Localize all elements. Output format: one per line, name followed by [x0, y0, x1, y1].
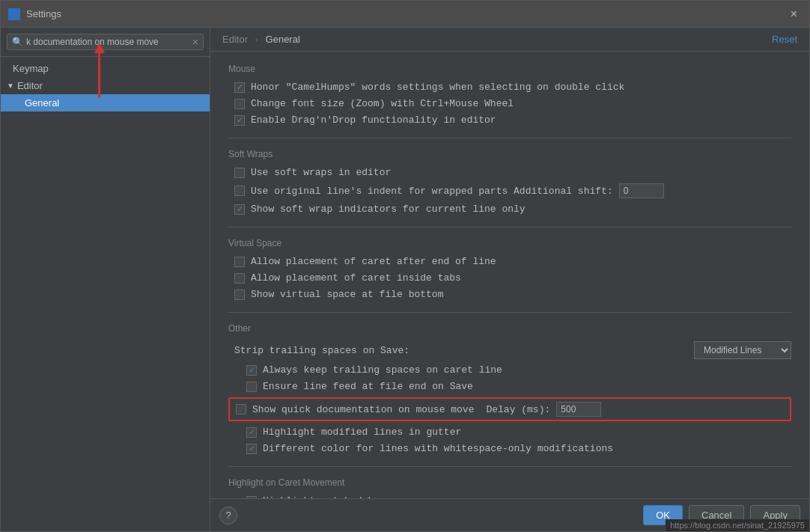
- allow-caret-tabs-checkbox[interactable]: [234, 273, 245, 284]
- window-title: Settings: [26, 8, 786, 19]
- delay-label: Delay (ms):: [486, 404, 550, 415]
- divider-1: [228, 138, 791, 138]
- breadcrumb-current: General: [266, 34, 300, 45]
- use-soft-wraps-label: Use soft wraps in editor: [251, 167, 391, 178]
- change-font-zoom-label: Change font size (Zoom) with Ctrl+Mouse …: [251, 98, 514, 109]
- show-virtual-space-label: Show virtual space at file bottom: [251, 289, 443, 300]
- allow-caret-eol-label: Allow placement of caret after end of li…: [251, 256, 496, 267]
- show-quick-doc-label: Show quick documentation on mouse move: [252, 404, 474, 415]
- allow-caret-tabs-row: Allow placement of caret inside tabs: [228, 272, 791, 284]
- honor-camelhumps-checkbox[interactable]: [234, 82, 245, 93]
- search-input[interactable]: [26, 37, 192, 47]
- ensure-line-feed-row: Ensure line feed at file end on Save: [228, 381, 791, 392]
- highlight-modified-lines-checkbox[interactable]: [246, 427, 257, 438]
- url-bar: https://blog.csdn.net/sinat_21925975: [666, 519, 809, 531]
- show-virtual-space-row: Show virtual space at file bottom: [228, 289, 791, 300]
- allow-caret-tabs-label: Allow placement of caret inside tabs: [251, 272, 461, 284]
- sidebar-item-general[interactable]: General: [1, 94, 210, 111]
- show-soft-wrap-indicators-checkbox[interactable]: [234, 204, 245, 215]
- honor-camelhumps-label: Honor "CamelHumps" words settings when s…: [251, 82, 624, 93]
- sidebar-item-keymap[interactable]: Keymap: [1, 60, 210, 77]
- arrow-shaft: [98, 53, 100, 98]
- other-title: Other: [228, 323, 791, 334]
- content-area: 🔍 × Keymap ▼ Editor General: [1, 28, 809, 531]
- honor-camelhumps-row: Honor "CamelHumps" words settings when s…: [228, 82, 791, 93]
- sidebar-item-editor[interactable]: ▼ Editor: [1, 77, 210, 94]
- allow-caret-eol-checkbox[interactable]: [234, 257, 245, 267]
- use-original-indent-checkbox[interactable]: [234, 186, 245, 196]
- highlight-modified-lines-label: Highlight modified lines in gutter: [263, 426, 461, 438]
- use-soft-wraps-checkbox[interactable]: [234, 168, 245, 178]
- settings-window: Settings × 🔍 × Keymap ▼ Editor: [0, 0, 810, 532]
- app-icon: [8, 8, 20, 20]
- use-original-indent-label: Use original line's indent for wrapped p…: [251, 186, 613, 197]
- strip-trailing-row: Strip trailing spaces on Save: Modified …: [228, 341, 791, 359]
- divider-2: [228, 227, 791, 227]
- search-input-wrapper: 🔍 ×: [7, 34, 204, 50]
- enable-dragndrop-row: Enable Drag'n'Drop functionality in edit…: [228, 114, 791, 126]
- show-quick-doc-row: Show quick documentation on mouse move D…: [228, 397, 791, 421]
- delay-input[interactable]: [556, 402, 601, 417]
- mouse-section-title: Mouse: [228, 64, 791, 74]
- enable-dragndrop-label: Enable Drag'n'Drop functionality in edit…: [251, 114, 496, 126]
- search-bar: 🔍 ×: [1, 28, 210, 57]
- divider-4: [228, 466, 791, 467]
- expand-arrow-icon: ▼: [7, 82, 14, 90]
- change-font-zoom-row: Change font size (Zoom) with Ctrl+Mouse …: [228, 98, 791, 109]
- ensure-line-feed-label: Ensure line feed at file end on Save: [263, 381, 473, 392]
- show-virtual-space-checkbox[interactable]: [234, 290, 245, 300]
- breadcrumb-separator: ›: [255, 34, 258, 45]
- virtual-space-section: Virtual Space Allow placement of caret a…: [228, 238, 791, 300]
- strip-trailing-dropdown[interactable]: Modified Lines None All: [694, 341, 791, 359]
- settings-content: Mouse Honor "CamelHumps" words settings …: [210, 52, 809, 498]
- reset-button[interactable]: Reset: [772, 34, 797, 45]
- mouse-section: Mouse Honor "CamelHumps" words settings …: [228, 64, 791, 126]
- close-button[interactable]: ×: [786, 6, 802, 22]
- sidebar: 🔍 × Keymap ▼ Editor General: [1, 28, 210, 531]
- allow-caret-eol-row: Allow placement of caret after end of li…: [228, 256, 791, 267]
- show-soft-wrap-indicators-row: Show soft wrap indicators for current li…: [228, 204, 791, 215]
- title-bar: Settings ×: [1, 1, 809, 28]
- breadcrumb-bar: Editor › General Reset: [210, 28, 809, 52]
- show-quick-doc-checkbox[interactable]: [236, 404, 246, 415]
- virtual-space-title: Virtual Space: [228, 238, 791, 248]
- use-original-indent-row: Use original line's indent for wrapped p…: [228, 183, 791, 198]
- main-panel: Editor › General Reset Mouse Honor "Came…: [210, 28, 809, 531]
- different-color-row: Different color for lines with whitespac…: [228, 443, 791, 454]
- breadcrumb: Editor › General: [222, 34, 300, 45]
- search-clear-icon[interactable]: ×: [192, 37, 198, 47]
- breadcrumb-parent: Editor: [222, 34, 248, 45]
- soft-wraps-title: Soft Wraps: [228, 149, 791, 159]
- always-keep-trailing-label: Always keep trailing spaces on caret lin…: [263, 364, 502, 376]
- highlight-caret-title: Highlight on Caret Movement: [228, 477, 791, 488]
- arrow-head: [94, 43, 105, 53]
- highlight-modified-lines-row: Highlight modified lines in gutter: [228, 426, 791, 438]
- nav-tree: Keymap ▼ Editor General: [1, 57, 210, 531]
- change-font-zoom-checkbox[interactable]: [234, 99, 245, 109]
- help-button[interactable]: ?: [219, 507, 237, 525]
- divider-3: [228, 312, 791, 313]
- show-soft-wrap-indicators-label: Show soft wrap indicators for current li…: [251, 204, 526, 215]
- highlight-caret-section: Highlight on Caret Movement Highlight ma…: [228, 477, 791, 498]
- use-soft-wraps-row: Use soft wraps in editor: [228, 167, 791, 178]
- search-icon: 🔍: [12, 37, 23, 47]
- always-keep-trailing-row: Always keep trailing spaces on caret lin…: [228, 364, 791, 376]
- different-color-label: Different color for lines with whitespac…: [263, 443, 613, 454]
- enable-dragndrop-checkbox[interactable]: [234, 115, 245, 126]
- additional-shift-input[interactable]: [619, 183, 664, 198]
- soft-wraps-section: Soft Wraps Use soft wraps in editor Use …: [228, 149, 791, 215]
- strip-trailing-label: Strip trailing spaces on Save:: [234, 345, 694, 356]
- different-color-checkbox[interactable]: [246, 444, 257, 454]
- ensure-line-feed-checkbox[interactable]: [246, 382, 257, 392]
- other-section: Other Strip trailing spaces on Save: Mod…: [228, 323, 791, 454]
- always-keep-trailing-checkbox[interactable]: [246, 365, 257, 376]
